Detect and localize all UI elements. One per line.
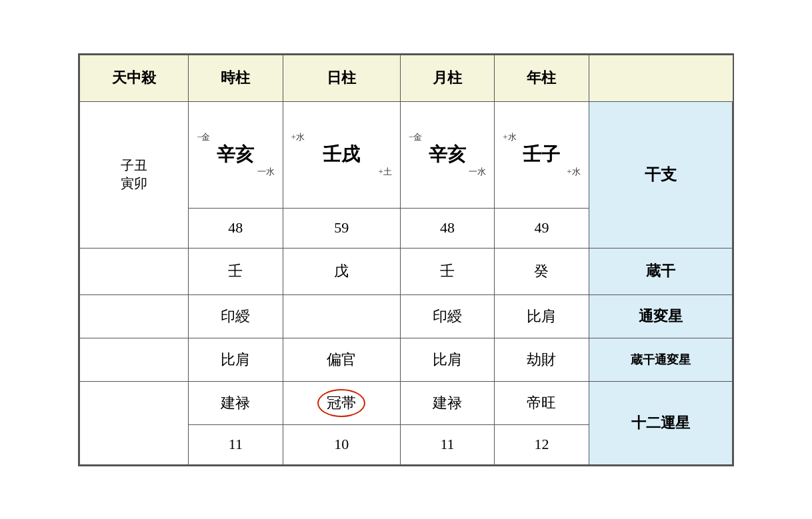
kanshi-label-cell: 干支 [589, 101, 732, 248]
juunishi-nicchu-circled: 冠帯 [317, 389, 365, 417]
zokan-tsuhen-jichu: 比肩 [189, 338, 283, 381]
zokan-tsuhen-tenchuu-empty [80, 338, 189, 381]
tsuhensei-nenchuu: 比肩 [495, 294, 589, 338]
nicchu-main: 壬戌 [323, 143, 360, 166]
nicchu-kanshi-cell: +水 壬戌 +土 [283, 101, 400, 208]
tsuhensei-tenchuu-empty [80, 294, 189, 338]
nenchuu-bottom-label: +水 [567, 166, 580, 178]
tsuhensei-nicchu [283, 294, 400, 338]
zokan-nenchuu: 癸 [495, 248, 589, 294]
getchuu-kanshi-cell: −金 辛亥 一水 [400, 101, 494, 208]
zokan-tenchuu-empty [80, 248, 189, 294]
num-bottom-getchuu: 11 [400, 424, 494, 464]
jichu-kanshi-cell: −金 辛亥 一水 [189, 101, 283, 208]
header-nicchu: 日柱 [283, 55, 400, 101]
header-row: 天中殺 時柱 日柱 月柱 年柱 [80, 55, 733, 101]
tenchuu-cell: 子丑 寅卯 [80, 101, 189, 248]
header-nenchuu: 年柱 [495, 55, 589, 101]
num-bottom-nenchuu: 12 [495, 424, 589, 464]
getchuu-main: 辛亥 [429, 143, 466, 166]
num-bottom-jichu: 11 [189, 424, 283, 464]
header-label [589, 55, 732, 101]
nenchuu-top-label: +水 [503, 131, 516, 143]
tsuhensei-label: 通変星 [589, 294, 732, 338]
zokan-getchuu: 壬 [400, 248, 494, 294]
zokan-tsuhen-row: 比肩 偏官 比肩 劫財 蔵干通変星 [80, 338, 733, 381]
nicchu-top-label: +水 [291, 131, 305, 143]
zokan-jichu: 壬 [189, 248, 283, 294]
kanshi-row: 子丑 寅卯 −金 辛亥 一水 +水 壬戌 +土 −金 [80, 101, 733, 208]
juunishi-nenchuu: 帝旺 [495, 381, 589, 424]
nenchuu-main: 壬子 [523, 143, 560, 166]
zokan-label: 蔵干 [589, 248, 732, 294]
num-bottom-nicchu: 10 [283, 424, 400, 464]
num-jichu: 48 [189, 208, 283, 248]
tsuhensei-jichu: 印綬 [189, 294, 283, 338]
main-table-wrapper: 天中殺 時柱 日柱 月柱 年柱 子丑 寅卯 −金 辛亥 一水 +水 [78, 53, 734, 466]
nicchu-bottom-label: +土 [378, 166, 391, 178]
juunishi-getchuu: 建禄 [400, 381, 494, 424]
tsuhensei-row: 印綬 印綬 比肩 通変星 [80, 294, 733, 338]
header-tenchuu: 天中殺 [80, 55, 189, 101]
zokan-nicchu: 戊 [283, 248, 400, 294]
header-getchuu: 月柱 [400, 55, 494, 101]
jichu-main: 辛亥 [217, 143, 254, 166]
juunishi-tenchuu-empty [80, 381, 189, 464]
getchuu-bottom-label: 一水 [469, 166, 486, 178]
jichu-bottom-label: 一水 [257, 166, 275, 178]
nenchuu-kanshi-cell: +水 壬子 +水 [495, 101, 589, 208]
jichu-top-label: −金 [197, 131, 210, 143]
tsuhensei-getchuu: 印綬 [400, 294, 494, 338]
juunishi-label: 十二運星 [589, 381, 732, 464]
num-nicchu: 59 [283, 208, 400, 248]
zokan-tsuhen-nenchuu: 劫財 [495, 338, 589, 381]
juunishi-upper-row: 建禄 冠帯 建禄 帝旺 十二運星 [80, 381, 733, 424]
num-nenchuu: 49 [495, 208, 589, 248]
juunishi-nicchu: 冠帯 [283, 381, 400, 424]
juunishi-jichu: 建禄 [189, 381, 283, 424]
zokan-tsuhen-nicchu: 偏官 [283, 338, 400, 381]
getchuu-top-label: −金 [409, 131, 422, 143]
zokan-row: 壬 戊 壬 癸 蔵干 [80, 248, 733, 294]
zokan-tsuhen-getchuu: 比肩 [400, 338, 494, 381]
header-jichu: 時柱 [189, 55, 283, 101]
num-getchuu: 48 [400, 208, 494, 248]
zokan-tsuhen-label: 蔵干通変星 [589, 338, 732, 381]
